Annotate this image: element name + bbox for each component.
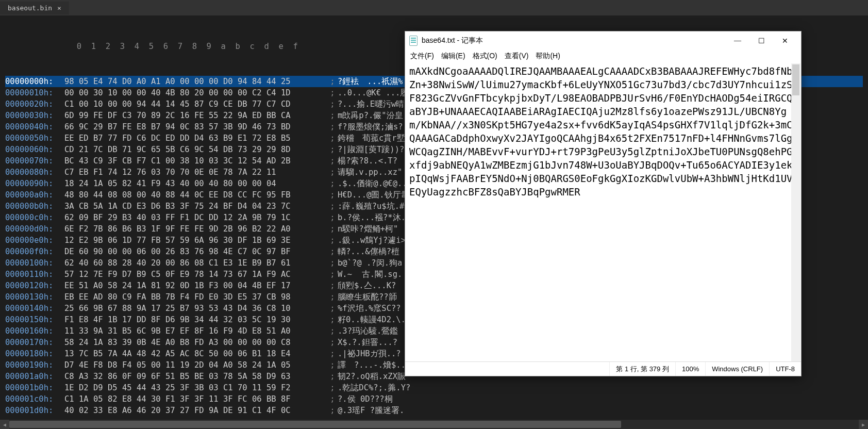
- hex-bytes: DE 60 90 00 00 06 00 26 83 76 98 4E C7 0…: [64, 246, 327, 257]
- hex-ascii: ..0...@K€ ...履.: [338, 87, 413, 98]
- close-button[interactable]: ✕: [773, 33, 797, 48]
- hex-sep: ;: [327, 303, 338, 314]
- tab-close-icon[interactable]: ×: [57, 4, 61, 12]
- hex-ascii: H€D...@圄.钬厅鼌: [338, 189, 409, 201]
- hex-ascii: ?.侯 0D???桐: [338, 393, 393, 405]
- menu-edit[interactable]: 编辑(E): [441, 52, 465, 61]
- status-spacer: [405, 362, 609, 376]
- maximize-button[interactable]: ☐: [749, 33, 773, 48]
- hex-ascii: 楊?索?8..<.T?: [338, 155, 397, 167]
- hex-sep: ;: [327, 98, 338, 110]
- hex-bytes: 12 E2 9B 06 1D 77 FB 57 59 6A 96 30 DF 1…: [64, 235, 327, 246]
- hex-ascii: %f沢垖.%窊SC??: [338, 303, 401, 314]
- hex-ascii: 譯 ?...-.燲$..: [338, 359, 406, 371]
- horizontal-scrollbar[interactable]: ◀ ▶: [0, 420, 868, 429]
- hex-offset: 00000170h:: [5, 337, 64, 348]
- hex-offset: 00000160h:: [5, 325, 64, 337]
- hex-offset: 00000070h:: [5, 155, 64, 167]
- scroll-thumb[interactable]: [9, 421, 621, 428]
- hex-offset: 00000080h:: [5, 167, 64, 178]
- notepad-statusbar: 第 1 行, 第 379 列 100% Windows (CRLF) UTF-8: [405, 361, 801, 376]
- hex-offset: 00000000h:: [5, 76, 64, 87]
- menu-view[interactable]: 查看(V): [505, 52, 529, 61]
- file-tab[interactable]: baseout.bin ×: [0, 2, 69, 14]
- hex-bytes: 3A CB 5A 1A CD E3 D6 B3 3F 75 24 BF D4 0…: [64, 201, 327, 212]
- hex-offset: 000001c0h:: [5, 393, 64, 405]
- hex-ascii: b@`?@ .?闵.狗a: [338, 257, 402, 269]
- hex-bytes: 6E F2 7B 86 B6 B3 1F 9F FE FE 9D 2B 96 B…: [64, 223, 327, 235]
- notepad-titlebar[interactable]: base64.txt - 记事本 — ☐ ✕: [405, 31, 801, 50]
- hex-sep: ;: [327, 280, 338, 291]
- hex-offset: 00000130h:: [5, 291, 64, 303]
- notepad-title: base64.txt - 记事本: [422, 36, 726, 45]
- notepad-text-area[interactable]: mAXkdNCgoaAAAADQlIREJQAAMBAAAEALgCAAAADC…: [405, 62, 801, 361]
- hex-sep: ;: [327, 337, 338, 348]
- hex-offset: 000000a0h:: [5, 189, 64, 201]
- hex-row[interactable]: 000001b0h:1E D2 D9 D5 45 44 43 25 3F 3B …: [5, 382, 863, 393]
- hex-bytes: 25 66 9B 67 88 9A 17 25 B7 93 53 43 D4 3…: [64, 303, 327, 314]
- hex-ascii: 籽0..輳謾4D2.\.0: [338, 314, 410, 325]
- hex-offset: 00000090h:: [5, 178, 64, 189]
- hex-sep: ;: [327, 325, 338, 337]
- hex-ascii: ?鋞袪 ...祇濕%: [338, 76, 403, 87]
- hex-offset: 00000060h:: [5, 144, 64, 155]
- hex-bytes: 6D 99 FE DF C3 70 89 2C 16 FE 55 22 9A E…: [64, 110, 327, 121]
- hex-ascii: n騤咔?熠鲬+柯": [338, 223, 398, 235]
- hex-ascii: X$.?.鉭罯...?: [338, 337, 397, 348]
- status-zoom: 100%: [675, 362, 705, 376]
- hex-bytes: 66 9C 29 B7 FE E8 B7 94 0C 83 57 3B 9D 4…: [64, 121, 327, 133]
- hex-bytes: 58 24 1A 83 39 0B 4E A0 B8 FD A3 00 00 0…: [64, 337, 327, 348]
- hex-bytes: 98 05 E4 74 D0 A0 A1 A0 00 00 00 D0 94 8…: [64, 76, 327, 87]
- hex-sep: ;: [327, 382, 338, 393]
- notepad-icon: [409, 36, 418, 46]
- notepad-vscrollbar[interactable]: [791, 63, 800, 361]
- hex-offset: 000000e0h:: [5, 235, 64, 246]
- hex-sep: ;: [327, 291, 338, 303]
- hex-sep: ;: [327, 223, 338, 235]
- hex-ascii: .乾誌DC%?;.羛.Y?: [338, 382, 410, 393]
- hex-offset: 000001a0h:: [5, 371, 64, 382]
- hex-bytes: 62 09 BF 29 B3 40 03 FF F1 DC DD 12 2A 9…: [64, 212, 327, 223]
- scroll-track[interactable]: [9, 420, 859, 429]
- hex-ascii: b.?侯...襁?*沐.: [338, 212, 406, 223]
- scroll-right-icon[interactable]: ▶: [859, 420, 868, 429]
- hex-sep: ;: [327, 212, 338, 223]
- hex-row[interactable]: 000001c0h:C1 1A 05 82 E8 44 30 F1 3F 3F …: [5, 393, 863, 405]
- hex-offset: 00000180h:: [5, 348, 64, 359]
- hex-offset: 00000140h:: [5, 303, 64, 314]
- hex-offset: 00000020h:: [5, 98, 64, 110]
- scroll-left-icon[interactable]: ◀: [0, 420, 9, 429]
- menu-help[interactable]: 帮助(H): [536, 52, 560, 61]
- status-eol: Windows (CRLF): [705, 362, 769, 376]
- hex-bytes: 40 02 33 E8 A6 46 20 37 27 FD 9A DE 91 C…: [64, 405, 327, 416]
- hex-sep: ;: [327, 393, 338, 405]
- menu-format[interactable]: 格式(O): [473, 52, 497, 61]
- hex-offset: 00000050h:: [5, 133, 64, 144]
- hex-bytes: F1 E8 4F 1B 17 DD 8F D6 9B 34 44 32 03 5…: [64, 314, 327, 325]
- hex-bytes: 13 7C B5 7A 4A 48 42 A5 AC 8C 50 00 06 B…: [64, 348, 327, 359]
- hex-offset: 00000040h:: [5, 121, 64, 133]
- hex-sep: ;: [327, 189, 338, 201]
- hex-sep: ;: [327, 246, 338, 257]
- hex-sep: ;: [327, 314, 338, 325]
- hex-ascii: 腦瞭生粄酡??韴: [338, 291, 397, 303]
- hex-bytes: 11 33 9A 31 B5 6C 9B E7 EF 8F 16 F9 4D E…: [64, 325, 327, 337]
- hex-bytes: EE 51 A0 58 24 1A 81 92 0D 1B F3 00 04 4…: [64, 280, 327, 291]
- notepad-vscroll-thumb[interactable]: [792, 64, 799, 95]
- minimize-button[interactable]: —: [726, 33, 749, 48]
- hex-sep: ;: [327, 235, 338, 246]
- menu-file[interactable]: 文件(F): [410, 52, 434, 61]
- hex-ascii: 轔?...&僿楇?榿: [338, 246, 399, 257]
- hex-bytes: D7 4E F8 D8 F4 05 00 11 19 2D 04 A0 58 2…: [64, 359, 327, 371]
- hex-bytes: C8 A3 32 86 0F 09 6F 51 B5 BE 03 78 5A 5…: [64, 371, 327, 382]
- hex-bytes: 00 00 30 10 00 00 40 4B 80 20 00 00 00 C…: [64, 87, 327, 98]
- hex-ascii: ?...揄.E嚃污w晴: [338, 98, 404, 110]
- hex-row[interactable]: 000001d0h:40 02 33 E8 A6 46 20 37 27 FD …: [5, 405, 863, 416]
- hex-sep: ;: [327, 371, 338, 382]
- hex-sep: ;: [327, 133, 338, 144]
- status-encoding: UTF-8: [769, 362, 801, 376]
- hex-sep: ;: [327, 405, 338, 416]
- hex-offset: 00000010h:: [5, 87, 64, 98]
- status-cursor-pos: 第 1 行, 第 379 列: [609, 362, 675, 376]
- notepad-window: base64.txt - 记事本 — ☐ ✕ 文件(F) 编辑(E) 格式(O)…: [405, 31, 802, 376]
